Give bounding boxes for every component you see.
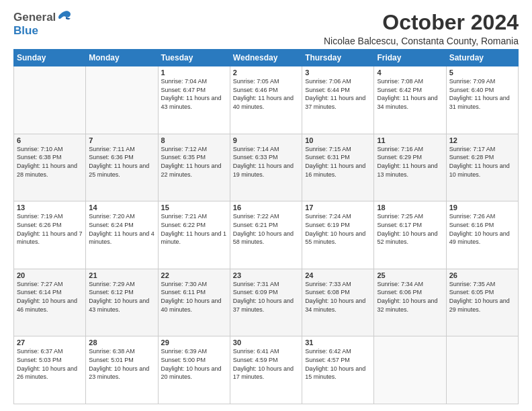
table-row: 10Sunrise: 7:15 AM Sunset: 6:31 PM Dayli… [302, 134, 374, 201]
table-row: 27Sunrise: 6:37 AM Sunset: 5:03 PM Dayli… [14, 336, 86, 404]
day-number: 15 [161, 203, 227, 212]
table-row: 16Sunrise: 7:22 AM Sunset: 6:21 PM Dayli… [230, 201, 302, 269]
day-info: Sunrise: 7:31 AM Sunset: 6:09 PM Dayligh… [233, 280, 299, 314]
day-info: Sunrise: 7:14 AM Sunset: 6:33 PM Dayligh… [233, 145, 299, 179]
table-row: 4Sunrise: 7:08 AM Sunset: 6:42 PM Daylig… [374, 66, 446, 134]
header: General Blue October 2024 Nicolae Balces… [13, 11, 519, 46]
table-row [14, 66, 86, 134]
day-number: 24 [305, 271, 371, 279]
logo-bird-icon [57, 10, 72, 24]
table-row [374, 336, 446, 404]
day-number: 2 [233, 68, 299, 77]
day-number: 20 [17, 271, 83, 279]
day-info: Sunrise: 7:11 AM Sunset: 6:36 PM Dayligh… [89, 145, 154, 179]
table-row: 19Sunrise: 7:26 AM Sunset: 6:16 PM Dayli… [446, 201, 518, 269]
day-number: 26 [449, 271, 515, 279]
calendar-week-row: 6Sunrise: 7:10 AM Sunset: 6:38 PM Daylig… [14, 134, 519, 201]
day-number: 23 [233, 271, 299, 279]
day-info: Sunrise: 6:42 AM Sunset: 4:57 PM Dayligh… [305, 347, 371, 381]
day-info: Sunrise: 7:35 AM Sunset: 6:05 PM Dayligh… [449, 280, 515, 314]
header-monday: Monday [86, 50, 158, 66]
day-number: 6 [17, 136, 83, 144]
calendar-week-row: 20Sunrise: 7:27 AM Sunset: 6:14 PM Dayli… [14, 269, 519, 336]
day-info: Sunrise: 7:05 AM Sunset: 6:46 PM Dayligh… [233, 77, 299, 111]
day-number: 31 [305, 338, 371, 347]
header-tuesday: Tuesday [158, 50, 230, 66]
day-info: Sunrise: 6:37 AM Sunset: 5:03 PM Dayligh… [17, 347, 83, 381]
page: General Blue October 2024 Nicolae Balces… [0, 0, 532, 411]
table-row: 8Sunrise: 7:12 AM Sunset: 6:35 PM Daylig… [158, 134, 230, 201]
day-info: Sunrise: 7:33 AM Sunset: 6:08 PM Dayligh… [305, 280, 371, 314]
weekday-header-row: Sunday Monday Tuesday Wednesday Thursday… [14, 50, 519, 66]
day-info: Sunrise: 7:21 AM Sunset: 6:22 PM Dayligh… [161, 212, 227, 246]
table-row: 29Sunrise: 6:39 AM Sunset: 5:00 PM Dayli… [158, 336, 230, 404]
day-number: 9 [233, 136, 299, 144]
day-number: 14 [89, 203, 154, 212]
day-info: Sunrise: 7:30 AM Sunset: 6:11 PM Dayligh… [161, 280, 227, 314]
day-number: 19 [449, 203, 515, 212]
table-row: 13Sunrise: 7:19 AM Sunset: 6:26 PM Dayli… [14, 201, 86, 269]
day-number: 25 [377, 271, 443, 279]
calendar-week-row: 1Sunrise: 7:04 AM Sunset: 6:47 PM Daylig… [14, 66, 519, 134]
table-row: 30Sunrise: 6:41 AM Sunset: 4:59 PM Dayli… [230, 336, 302, 404]
day-info: Sunrise: 7:17 AM Sunset: 6:28 PM Dayligh… [449, 145, 515, 179]
calendar: Sunday Monday Tuesday Wednesday Thursday… [13, 49, 519, 404]
calendar-week-row: 13Sunrise: 7:19 AM Sunset: 6:26 PM Dayli… [14, 201, 519, 269]
day-number: 17 [305, 203, 371, 212]
table-row: 26Sunrise: 7:35 AM Sunset: 6:05 PM Dayli… [446, 269, 518, 336]
day-number: 12 [449, 136, 515, 144]
table-row: 14Sunrise: 7:20 AM Sunset: 6:24 PM Dayli… [86, 201, 158, 269]
day-number: 16 [233, 203, 299, 212]
logo: General Blue [13, 11, 72, 38]
day-info: Sunrise: 7:24 AM Sunset: 6:19 PM Dayligh… [305, 212, 371, 246]
day-number: 22 [161, 271, 227, 279]
month-title: October 2024 [324, 11, 519, 34]
table-row: 9Sunrise: 7:14 AM Sunset: 6:33 PM Daylig… [230, 134, 302, 201]
header-friday: Friday [374, 50, 446, 66]
table-row: 3Sunrise: 7:06 AM Sunset: 6:44 PM Daylig… [302, 66, 374, 134]
header-wednesday: Wednesday [230, 50, 302, 66]
table-row: 2Sunrise: 7:05 AM Sunset: 6:46 PM Daylig… [230, 66, 302, 134]
table-row: 5Sunrise: 7:09 AM Sunset: 6:40 PM Daylig… [446, 66, 518, 134]
day-info: Sunrise: 6:41 AM Sunset: 4:59 PM Dayligh… [233, 347, 299, 381]
day-info: Sunrise: 7:25 AM Sunset: 6:17 PM Dayligh… [377, 212, 443, 246]
table-row: 28Sunrise: 6:38 AM Sunset: 5:01 PM Dayli… [86, 336, 158, 404]
day-number: 5 [449, 68, 515, 77]
table-row: 12Sunrise: 7:17 AM Sunset: 6:28 PM Dayli… [446, 134, 518, 201]
day-info: Sunrise: 7:15 AM Sunset: 6:31 PM Dayligh… [305, 145, 371, 179]
table-row: 31Sunrise: 6:42 AM Sunset: 4:57 PM Dayli… [302, 336, 374, 404]
day-number: 18 [377, 203, 443, 212]
table-row: 22Sunrise: 7:30 AM Sunset: 6:11 PM Dayli… [158, 269, 230, 336]
day-number: 13 [17, 203, 83, 212]
calendar-week-row: 27Sunrise: 6:37 AM Sunset: 5:03 PM Dayli… [14, 336, 519, 404]
header-saturday: Saturday [446, 50, 518, 66]
day-number: 21 [89, 271, 154, 279]
day-info: Sunrise: 7:16 AM Sunset: 6:29 PM Dayligh… [377, 145, 443, 179]
day-info: Sunrise: 7:12 AM Sunset: 6:35 PM Dayligh… [161, 145, 227, 179]
day-number: 4 [377, 68, 443, 77]
day-number: 27 [17, 338, 83, 347]
day-info: Sunrise: 7:27 AM Sunset: 6:14 PM Dayligh… [17, 280, 83, 314]
table-row: 17Sunrise: 7:24 AM Sunset: 6:19 PM Dayli… [302, 201, 374, 269]
table-row [446, 336, 518, 404]
day-info: Sunrise: 7:06 AM Sunset: 6:44 PM Dayligh… [305, 77, 371, 111]
logo-general: General [13, 11, 56, 24]
day-number: 30 [233, 338, 299, 347]
day-number: 10 [305, 136, 371, 144]
table-row: 7Sunrise: 7:11 AM Sunset: 6:36 PM Daylig… [86, 134, 158, 201]
table-row: 24Sunrise: 7:33 AM Sunset: 6:08 PM Dayli… [302, 269, 374, 336]
title-section: October 2024 Nicolae Balcescu, Constanta… [324, 11, 519, 46]
day-info: Sunrise: 7:08 AM Sunset: 6:42 PM Dayligh… [377, 77, 443, 111]
table-row: 20Sunrise: 7:27 AM Sunset: 6:14 PM Dayli… [14, 269, 86, 336]
day-number: 8 [161, 136, 227, 144]
table-row: 1Sunrise: 7:04 AM Sunset: 6:47 PM Daylig… [158, 66, 230, 134]
table-row: 15Sunrise: 7:21 AM Sunset: 6:22 PM Dayli… [158, 201, 230, 269]
day-info: Sunrise: 6:39 AM Sunset: 5:00 PM Dayligh… [161, 347, 227, 381]
day-info: Sunrise: 7:26 AM Sunset: 6:16 PM Dayligh… [449, 212, 515, 246]
table-row: 25Sunrise: 7:34 AM Sunset: 6:06 PM Dayli… [374, 269, 446, 336]
logo-blue: Blue [13, 24, 38, 37]
day-number: 29 [161, 338, 227, 347]
day-info: Sunrise: 7:04 AM Sunset: 6:47 PM Dayligh… [161, 77, 227, 111]
day-info: Sunrise: 7:19 AM Sunset: 6:26 PM Dayligh… [17, 212, 83, 246]
day-info: Sunrise: 7:34 AM Sunset: 6:06 PM Dayligh… [377, 280, 443, 314]
